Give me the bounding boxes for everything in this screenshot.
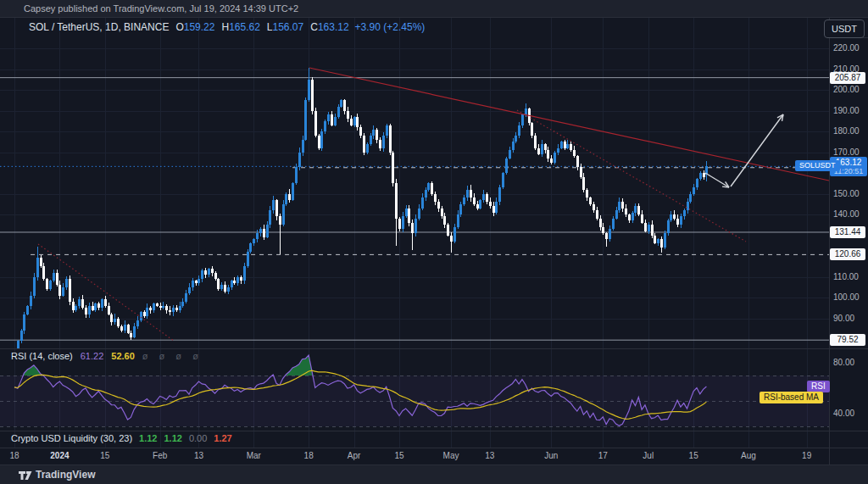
tradingview-brand-text[interactable]: TradingView [36,469,95,481]
rsi-ma-badge-label: RSI-based MA [760,392,823,403]
tradingview-chart-window: Capsey published on TradingView.com, Jul… [0,0,868,484]
chart-canvas[interactable] [0,0,868,465]
liquidity-value-4: 1.27 [214,433,231,443]
price-level-badge: 79.52 [830,334,865,346]
close-value: 163.12 [318,21,349,33]
publish-info-text: Capsey published on TradingView.com, Jul… [24,3,298,14]
low-value: 156.07 [273,21,304,33]
rsi-legend: RSI (14, close)61.2252.60ø ø ø ø [11,351,203,361]
price-axis-label: 100.00 [833,292,860,302]
liquidity-title[interactable]: Crypto USD Liquidity (30, 23) [11,433,132,443]
price-axis-label: 90.00 [833,314,854,323]
time-axis-label: Jul [630,451,667,460]
price-axis-label: 170.00 [833,147,860,157]
time-axis-label: 15 [675,451,712,460]
footer-bar: TradingView [0,465,868,484]
change-value: +3.90 (+2.45%) [355,21,426,33]
symbol-title[interactable]: SOL / TetherUS, 1D, BINANCE [29,21,169,33]
tradingview-logo-icon[interactable] [19,470,32,481]
rsi-axis-label: 40.00 [833,409,854,418]
price-axis-label: 190.00 [833,106,860,115]
time-axis-label: 19 [788,451,826,460]
publish-info-bar: Capsey published on TradingView.com, Jul… [0,0,868,17]
price-level-badge: 205.87 [830,72,865,84]
high-value: 165.62 [229,21,260,33]
liquidity-value-3: 0.00 [189,433,207,443]
time-axis-label: Mar [235,451,272,460]
low-label: L [267,21,273,33]
currency-toggle-button[interactable]: USDT [824,19,865,38]
time-axis-label: 2024 [41,451,78,460]
time-axis-label: 17 [584,451,621,460]
price-axis-label: 220.00 [833,43,860,53]
time-axis-label: Jun [532,451,570,460]
price-axis[interactable]: 163.12 11:20:51 61.22 52.60 220.00210.00… [829,17,868,448]
rsi-value: 61.22 [81,351,104,361]
liquidity-legend: Crypto USD Liquidity (30, 23)1.121.120.0… [11,433,232,443]
time-axis-label: 15 [381,451,418,460]
time-axis-label: 13 [180,451,217,460]
rsi-ma-value: 52.60 [111,351,135,361]
close-label: C [310,21,318,33]
high-label: H [221,21,229,33]
liquidity-value-1: 1.12 [139,433,157,443]
time-axis-label: 18 [0,451,33,460]
time-axis-label: 18 [290,451,327,460]
open-value: 159.22 [184,21,215,33]
price-axis-label: 110.00 [833,272,859,281]
rsi-empty-values: ø ø ø ø [142,351,203,361]
time-axis-label: May [432,451,470,460]
price-level-badge: 120.66 [830,248,865,260]
price-level-badge: 131.44 [830,226,865,238]
price-axis-label: 140.00 [833,209,860,219]
liquidity-value-2: 1.12 [164,433,181,443]
rsi-title[interactable]: RSI (14, close) [11,351,73,361]
time-axis-label: 13 [471,451,509,460]
price-axis-label: 200.00 [833,85,860,94]
time-axis-label: Apr [336,451,373,460]
time-axis-label: 15 [86,451,124,460]
time-axis-label: Feb [142,451,179,460]
price-axis-label: 150.00 [833,189,860,198]
price-line-symbol-tag: SOLUSDT [795,160,840,171]
open-label: O [175,21,183,33]
rsi-axis-label: 80.00 [833,358,854,367]
time-axis-label: Aug [730,451,767,460]
price-axis-label: 180.00 [833,126,860,136]
rsi-badge-label: RSI [807,381,830,392]
symbol-legend: SOL / TetherUS, 1D, BINANCEO159.22H165.6… [29,21,425,33]
time-axis[interactable]: 18202415Feb13Mar18Apr15May13Jun17Jul15Au… [0,448,829,465]
